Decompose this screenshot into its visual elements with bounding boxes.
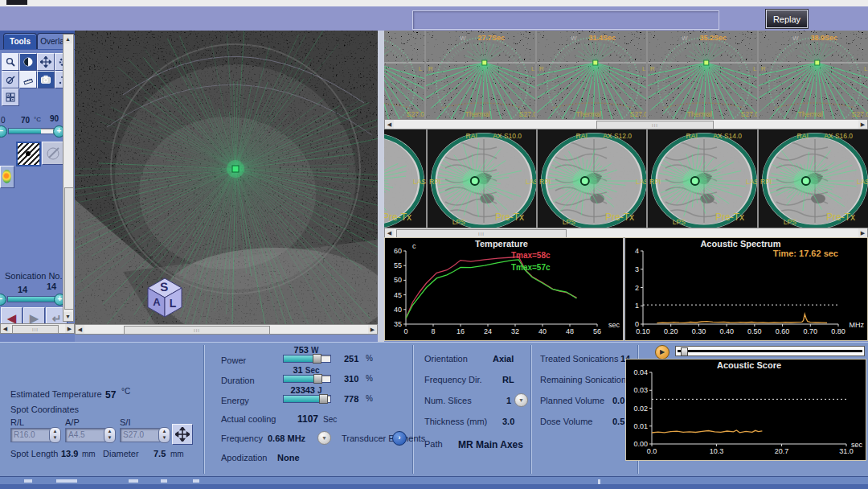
contrast-tool-button[interactable] bbox=[19, 53, 37, 71]
back-arrow-icon: ◀ bbox=[7, 312, 17, 324]
svg-text:Tmax=57c: Tmax=57c bbox=[511, 263, 551, 272]
svg-text:AX S10.0: AX S10.0 bbox=[493, 132, 522, 140]
power-label: Power bbox=[221, 355, 246, 365]
svg-text:L: L bbox=[642, 65, 646, 72]
svg-text:R: R bbox=[428, 65, 433, 72]
anatomy-tile[interactable]: RAIAX S16.0RPILASLPSPre-Tx bbox=[759, 129, 868, 228]
orientation-value: Axial bbox=[493, 354, 514, 364]
spot-length-label: Spot Length bbox=[10, 449, 58, 458]
thermal-image-strip[interactable]: WRLThermalS27.0W27.7SecRLThermalS27.0W31… bbox=[384, 31, 868, 119]
svg-text:AX S12.0: AX S12.0 bbox=[603, 132, 632, 140]
rl-field[interactable]: R16.0 bbox=[10, 428, 51, 442]
rl-spinner[interactable]: ▲▼ bbox=[49, 427, 61, 443]
sidebar-vertical-scrollbar[interactable]: ▲ ▼ bbox=[63, 34, 74, 322]
thermal-tile[interactable]: W31.4SecRLThermalS27.0 bbox=[537, 31, 646, 119]
svg-text:LPS: LPS bbox=[673, 218, 686, 226]
replay-timeline-slider[interactable] bbox=[675, 346, 865, 356]
sonication-total: 14 bbox=[47, 281, 56, 291]
spot-length-unit: mm bbox=[82, 450, 96, 458]
anatomy-tile[interactable]: RAIAX S12.0RPILASLPSPre-Tx bbox=[538, 129, 646, 228]
anatomy-image-strip[interactable]: RAIRPILASLPSPre-TxRAIAX S10.0RPILASLPSPr… bbox=[384, 129, 868, 228]
3d-transducer-view[interactable]: S A L bbox=[75, 31, 378, 324]
svg-text:RPI: RPI bbox=[649, 178, 661, 186]
thermal-tile[interactable]: W38.9SecRLThermalS27.0 bbox=[759, 31, 868, 119]
energy-percent: 778 bbox=[344, 394, 358, 404]
duration-slider[interactable] bbox=[283, 375, 331, 383]
svg-text:S27.0: S27.0 bbox=[852, 110, 868, 118]
thermal-strip-scrollbar[interactable]: ◀ III ▶ bbox=[384, 119, 868, 129]
acoustic-spectrum-chart: Acoustic SpectrumTime: 17.62 sec012340.1… bbox=[624, 237, 868, 341]
frequency-label: Frequency bbox=[221, 434, 263, 443]
diameter-value: 7.5 bbox=[154, 449, 166, 458]
transducer-elements-button[interactable]: › bbox=[392, 431, 407, 446]
svg-text:S27.0: S27.0 bbox=[741, 110, 757, 118]
svg-text:0.20: 0.20 bbox=[664, 327, 678, 335]
thermal-tile[interactable]: W35.2SecRLThermalS27.0 bbox=[648, 31, 757, 119]
sonication-current: 14 bbox=[18, 285, 27, 294]
anatomy-tile[interactable]: RAIAX S10.0RPILASLPSPre-Tx bbox=[428, 129, 536, 228]
svg-text:50: 50 bbox=[394, 276, 402, 284]
anatomy-tile[interactable]: RAIRPILASLPSPre-Tx bbox=[384, 129, 426, 228]
svg-text:LPS: LPS bbox=[784, 218, 796, 226]
svg-text:RAI: RAI bbox=[466, 132, 477, 140]
divider bbox=[203, 345, 205, 474]
path-value: MR Main Axes bbox=[458, 439, 523, 450]
estimated-temperature-value: 57 bbox=[105, 389, 116, 401]
svg-text:0: 0 bbox=[403, 327, 407, 335]
svg-text:0.10: 0.10 bbox=[636, 327, 650, 335]
svg-text:Pre-Tx: Pre-Tx bbox=[495, 212, 524, 223]
window-control[interactable] bbox=[6, 0, 27, 5]
tab-tools[interactable]: Tools bbox=[3, 33, 37, 49]
grid-tool-button[interactable] bbox=[2, 88, 19, 106]
dose-volume-label: Dose Volume bbox=[540, 417, 592, 426]
svg-text:4: 4 bbox=[635, 247, 639, 255]
ap-spinner[interactable]: ▲▼ bbox=[104, 427, 116, 443]
svg-text:Temperature: Temperature bbox=[475, 239, 528, 249]
svg-text:56: 56 bbox=[593, 327, 601, 335]
power-slider[interactable] bbox=[283, 355, 331, 363]
svg-text:16: 16 bbox=[457, 327, 465, 335]
camera-tool-button[interactable] bbox=[37, 71, 55, 88]
draw-spot-button[interactable] bbox=[42, 142, 65, 165]
num-slices-dropdown[interactable]: ▼ bbox=[514, 393, 528, 407]
thermal-tile[interactable]: WRLThermalS27.0 bbox=[384, 31, 424, 119]
svg-text:RAI: RAI bbox=[686, 132, 698, 140]
move-spot-button[interactable] bbox=[172, 424, 193, 445]
replay-button[interactable]: Replay bbox=[766, 10, 808, 28]
hatch-overlay-button[interactable] bbox=[16, 142, 41, 166]
si-spinner[interactable]: ▲▼ bbox=[158, 427, 170, 443]
draw-tool-button[interactable] bbox=[2, 71, 19, 88]
svg-text:2: 2 bbox=[635, 284, 639, 292]
sonication-slider[interactable] bbox=[7, 296, 55, 302]
ruler-tool-button[interactable] bbox=[19, 71, 37, 88]
svg-text:0.60: 0.60 bbox=[776, 327, 790, 335]
svg-text:S: S bbox=[159, 280, 168, 294]
ap-field[interactable]: A4.5 bbox=[65, 428, 106, 442]
svg-text:0.80: 0.80 bbox=[831, 327, 845, 335]
thermal-spot-button[interactable] bbox=[0, 166, 14, 188]
svg-text:0.40: 0.40 bbox=[719, 327, 734, 335]
replay-play-button[interactable]: ▶ bbox=[655, 345, 669, 360]
si-field[interactable]: S27.0 bbox=[120, 428, 161, 442]
frequency-dir-value: RL bbox=[502, 375, 514, 384]
duration-percent: 310 bbox=[344, 374, 358, 384]
frequency-dropdown[interactable]: ▼ bbox=[317, 431, 331, 445]
energy-slider[interactable] bbox=[283, 395, 331, 403]
pan-tool-button[interactable] bbox=[37, 53, 55, 71]
svg-text:LAS: LAS bbox=[526, 178, 536, 186]
magnifier-tool-button[interactable] bbox=[2, 53, 19, 71]
tools-sidebar: Tools Overlays 0 70 °C 90 − + Sonication… bbox=[0, 31, 75, 342]
svg-text:3: 3 bbox=[635, 265, 639, 273]
actual-cooling-value: 1107 bbox=[297, 413, 318, 425]
temp-minus-button[interactable]: − bbox=[0, 125, 7, 138]
3d-view-horizontal-scrollbar[interactable]: ◀ III ▶ bbox=[75, 324, 378, 335]
sonication-minus-button[interactable]: − bbox=[0, 294, 6, 306]
sidebar-horizontal-scrollbar[interactable]: ◀ III ▶ bbox=[0, 323, 75, 334]
svg-text:RPI: RPI bbox=[760, 178, 772, 186]
thermal-tile[interactable]: W27.7SecRLThermalS27.0 bbox=[426, 31, 535, 119]
svg-text:Tmax=58c: Tmax=58c bbox=[511, 251, 551, 260]
replay-timeline-thumb[interactable] bbox=[681, 347, 688, 356]
temp-slider[interactable] bbox=[8, 128, 55, 134]
svg-text:0.50: 0.50 bbox=[747, 327, 762, 335]
anatomy-tile[interactable]: RAIAX S14.0RPILASLPSPre-Tx bbox=[648, 129, 757, 228]
